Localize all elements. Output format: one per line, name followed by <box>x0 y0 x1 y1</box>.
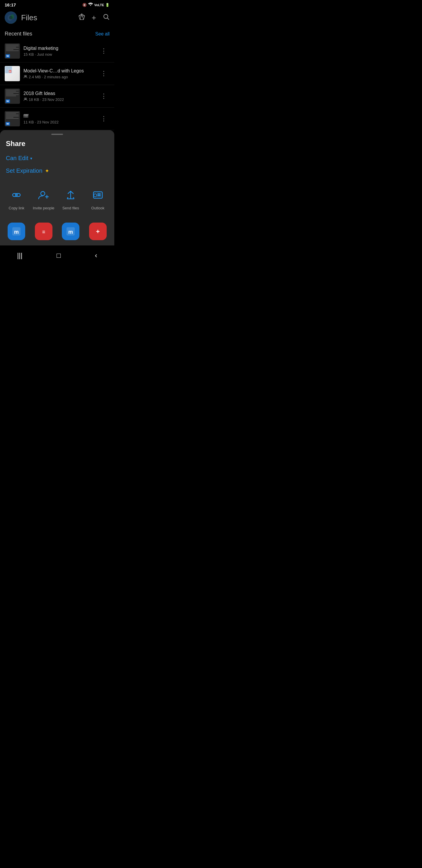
app-item[interactable]: m <box>57 220 85 243</box>
copy-link-icon-wrapper <box>8 186 25 204</box>
file-name: ffff <box>24 114 98 119</box>
signal-icon: VoLTE <box>94 3 104 7</box>
diamond-icon[interactable] <box>78 13 85 22</box>
search-icon[interactable] <box>103 13 109 22</box>
add-button[interactable]: + <box>92 13 96 22</box>
list-item[interactable]: W ffff 11 KB · 23 Nov 2022 ⋮ <box>0 107 114 130</box>
file-info: Digital marketing 15 KB · Just now <box>24 46 98 57</box>
status-bar: 16:17 🔇 VoLTE 🔋 <box>0 0 114 8</box>
send-files-label: Send files <box>62 206 79 211</box>
file-list: W Digital marketing 15 KB · Just now ⋮ E… <box>0 40 114 130</box>
svg-point-3 <box>9 16 12 19</box>
user-avatar[interactable] <box>5 11 17 24</box>
word-badge: W <box>6 99 10 103</box>
word-badge: W <box>6 54 10 58</box>
file-more-button[interactable]: ⋮ <box>98 91 109 101</box>
see-all-button[interactable]: See all <box>95 31 109 37</box>
set-expiration-button[interactable]: Set Expiration ✦ <box>0 164 114 180</box>
svg-text:≡: ≡ <box>42 229 45 235</box>
svg-rect-12 <box>6 70 8 73</box>
file-thumbnail: W <box>5 43 20 59</box>
set-expiration-label: Set Expiration <box>6 167 42 174</box>
file-thumbnail: EX <box>5 66 20 81</box>
app-item[interactable]: + <box>85 220 112 243</box>
page-title: Files <box>21 13 78 22</box>
nav-menu-button[interactable]: ||| <box>11 249 28 262</box>
battery-icon: 🔋 <box>105 3 109 7</box>
outlook-action[interactable]: Outlook <box>85 183 112 214</box>
svg-rect-10 <box>6 67 8 69</box>
nav-back-button[interactable]: ‹ <box>89 249 103 262</box>
file-meta: 15 KB · Just now <box>24 52 98 57</box>
file-info: 2018 Gift Ideas 18 KB · 23 Nov 2022 <box>24 91 98 102</box>
file-name: Model-View-C…d with Legos <box>24 68 98 73</box>
app-header: Files + <box>0 8 114 27</box>
app-row: m ≡ m + <box>0 220 114 245</box>
svg-point-30 <box>94 194 97 197</box>
status-icons: 🔇 VoLTE 🔋 <box>83 2 109 7</box>
word-badge: W <box>6 122 10 125</box>
svg-point-8 <box>104 14 108 19</box>
app-icon-red-2: + <box>89 223 107 240</box>
list-item[interactable]: W 2018 Gift Ideas 18 KB · 23 Nov 2022 ⋮ <box>0 85 114 107</box>
svg-text:m: m <box>14 229 19 235</box>
svg-text:m: m <box>68 229 73 235</box>
nav-home-button[interactable]: □ <box>51 249 67 262</box>
can-edit-option[interactable]: Can Edit ▾ <box>0 154 114 164</box>
navigation-bar: ||| □ ‹ <box>0 245 114 267</box>
sheet-handle <box>51 134 63 135</box>
recent-files-title: Recent files <box>5 31 32 37</box>
svg-point-22 <box>41 191 45 195</box>
copy-link-action[interactable]: Copy link <box>3 183 30 214</box>
file-thumbnail: W <box>5 111 20 126</box>
file-meta: 18 KB · 23 Nov 2022 <box>24 97 98 102</box>
file-meta: 11 KB · 23 Nov 2022 <box>24 120 98 124</box>
svg-rect-28 <box>98 193 100 194</box>
file-name: 2018 Gift Ideas <box>24 91 98 96</box>
mute-icon: 🔇 <box>83 3 87 7</box>
svg-rect-11 <box>9 67 11 69</box>
file-more-button[interactable]: ⋮ <box>98 114 109 124</box>
wifi-icon <box>88 2 93 7</box>
app-item[interactable]: ≡ <box>30 220 58 243</box>
app-icon-blue-1: m <box>8 223 25 240</box>
send-files-action[interactable]: Send files <box>57 183 85 214</box>
file-more-button[interactable]: ⋮ <box>98 69 109 79</box>
svg-text:+: + <box>96 228 100 235</box>
svg-line-9 <box>107 18 109 20</box>
share-title: Share <box>0 140 114 154</box>
app-item[interactable]: m <box>3 220 30 243</box>
file-more-button[interactable]: ⋮ <box>98 46 109 56</box>
chevron-down-icon: ▾ <box>30 156 32 161</box>
premium-star-icon: ✦ <box>45 168 49 174</box>
list-item[interactable]: W Digital marketing 15 KB · Just now ⋮ <box>0 40 114 62</box>
outlook-icon-wrapper <box>89 186 106 204</box>
list-item[interactable]: EX Model-View-C…d with Legos 2.4 MB · 2 … <box>0 62 114 85</box>
share-actions-grid: Copy link Invite people <box>0 180 114 220</box>
share-bottom-sheet: Share Can Edit ▾ Set Expiration ✦ Copy l… <box>0 130 114 245</box>
file-meta: 2.4 MB · 2 minutes ago <box>24 75 98 79</box>
file-name: Digital marketing <box>24 46 98 51</box>
app-icon-red-1: ≡ <box>35 223 53 240</box>
svg-marker-4 <box>79 14 85 20</box>
invite-people-action[interactable]: Invite people <box>30 183 58 214</box>
file-info: Model-View-C…d with Legos 2.4 MB · 2 min… <box>24 68 98 79</box>
status-time: 16:17 <box>5 2 16 7</box>
copy-link-label: Copy link <box>9 206 24 211</box>
svg-text:EX: EX <box>9 71 11 72</box>
send-files-icon-wrapper <box>62 186 79 204</box>
recent-files-header: Recent files See all <box>0 27 114 40</box>
can-edit-button[interactable]: Can Edit ▾ <box>6 155 108 162</box>
invite-people-label: Invite people <box>33 206 55 211</box>
app-icon-blue-2: m <box>62 223 79 240</box>
invite-people-icon-wrapper <box>35 186 52 204</box>
header-actions: + <box>78 13 109 22</box>
file-thumbnail: W <box>5 89 20 104</box>
outlook-label: Outlook <box>91 206 104 211</box>
svg-rect-29 <box>98 195 100 196</box>
file-info: ffff 11 KB · 23 Nov 2022 <box>24 114 98 124</box>
can-edit-label: Can Edit <box>6 155 28 162</box>
